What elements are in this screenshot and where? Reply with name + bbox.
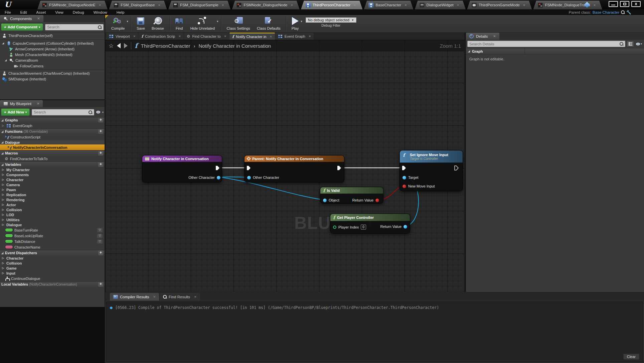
tab-viewport[interactable]: Viewport ✕ [106, 33, 138, 40]
exec-out-pin[interactable] [337, 165, 341, 170]
exec-in-pin[interactable] [402, 165, 406, 170]
close-icon[interactable]: ✕ [37, 17, 40, 20]
compile-button[interactable]: ⚙⚙✓ Compile [108, 15, 128, 30]
var-category-utilities[interactable]: ▷Utilities [0, 217, 105, 222]
asset-tab-fsmnode-dialoguetransi[interactable]: FSMNode_DialogueTransi× [533, 1, 602, 9]
add-graph-button[interactable]: + [98, 118, 103, 122]
add-new-button[interactable]: +Add New▾ [1, 108, 30, 116]
menu-asset[interactable]: Asset [31, 10, 50, 14]
pin-return-value-object[interactable]: Return Value [380, 225, 407, 229]
tab-find-results[interactable]: Find Results ✕ [160, 293, 200, 301]
menu-window[interactable]: Window [89, 10, 112, 14]
close-tab-icon[interactable]: × [291, 3, 293, 7]
my-blueprint-search-input[interactable]: Search [32, 109, 94, 115]
row-continuedialogue[interactable]: ContinueDialogue [0, 276, 105, 281]
nav-back-icon[interactable] [117, 43, 121, 48]
var-category-pawn[interactable]: ▷Pawn [0, 187, 105, 192]
node-notify-character-entry[interactable]: Notify Character in Conversation Other C… [142, 155, 222, 183]
expander-icon[interactable]: ▷ [2, 124, 5, 127]
breadcrumb-root[interactable]: ThirdPersonCharacter [141, 43, 190, 49]
node-set-ignore-move-input[interactable]: f Set Ignore Move Input Target is Contro… [399, 150, 463, 191]
hide-unrelated-chevron-icon[interactable]: ▾ [217, 20, 218, 23]
compile-options-chevron-icon[interactable]: ▾ [127, 20, 128, 23]
add-dispatcher-button[interactable]: + [98, 251, 103, 255]
pin-return-value-bool[interactable]: Return Value [352, 198, 379, 202]
node-parent-notify-character[interactable]: Parent: Notify Character in Conversation… [244, 155, 344, 183]
var-category-my-character[interactable]: ▷My Character [0, 167, 105, 172]
class-settings-button[interactable]: Class Settings [223, 15, 254, 30]
asset-tab-thirdpersongamemode[interactable]: ThirdPersonGameMode× [467, 1, 532, 9]
marketplace-gem-icon[interactable] [584, 1, 591, 8]
close-tab-icon[interactable]: × [99, 3, 101, 7]
asset-tab-fsmnode-dialoguenodee[interactable]: FSMNode_DialogueNodeE× [37, 1, 108, 9]
close-icon[interactable]: ✕ [178, 35, 181, 38]
dispatcher-category-collision[interactable]: ▷Collision [0, 261, 105, 266]
blueprint-graph-canvas[interactable]: BLUEPRINT Notify Character in Conversati… [105, 40, 464, 292]
local-variables-header[interactable]: Local Variables (NotifyCharacterInConver… [0, 281, 105, 287]
var-row-baselookuprate[interactable]: BaseLookUpRate ▽ [0, 233, 105, 239]
close-tab-icon[interactable]: × [457, 3, 459, 7]
close-tab-icon[interactable]: × [405, 3, 407, 7]
hide-unrelated-button[interactable]: Hide Unrelated [187, 15, 218, 30]
macros-header[interactable]: ◢ Macros + [0, 150, 105, 156]
close-tab-icon[interactable]: × [523, 3, 525, 7]
tree-row-smdialogue[interactable]: SMDialogue (Inherited) [0, 76, 105, 82]
expander-icon[interactable]: ◢ [5, 59, 7, 62]
close-icon[interactable]: ✕ [224, 35, 227, 38]
pin-target[interactable]: Target [402, 175, 419, 179]
compiler-results-log[interactable]: ● [0566.23] Compile of ThirdPersonCharac… [106, 302, 643, 362]
tab-details[interactable]: Details ✕ [466, 33, 499, 40]
close-icon[interactable]: ✕ [493, 34, 496, 38]
tab-my-blueprint[interactable]: My Blueprint ✕ [0, 100, 43, 107]
node-get-player-controller[interactable]: f Get Player Controller Player Index 0 R… [330, 214, 410, 234]
components-search-input[interactable]: Search [45, 24, 104, 30]
pin-other-character-out[interactable]: Other Character [188, 175, 220, 179]
var-category-collision[interactable]: ▷Collision [0, 207, 105, 212]
dispatcher-category-game[interactable]: ▷Game [0, 266, 105, 271]
var-row-talkdistance[interactable]: TalkDistance ▽ [0, 239, 105, 244]
close-icon[interactable]: ✕ [153, 295, 156, 299]
add-component-button[interactable]: +Add Component▾ [1, 23, 43, 31]
var-category-lod[interactable]: ▷LOD [0, 212, 105, 217]
player-index-value-field[interactable]: 0 [361, 225, 366, 230]
edit-parent-icon[interactable]: 🔧 [626, 10, 631, 15]
functions-category-dialogue[interactable]: ◢ Dialogue [0, 140, 105, 144]
tree-row-followcamera[interactable]: FollowCamera [0, 63, 105, 69]
var-row-charactername[interactable]: CharacterName [0, 244, 105, 250]
tree-row-capsule[interactable]: ◢ CapsuleComponent (CollisionCylinder) (… [0, 40, 105, 46]
dispatcher-category-character[interactable]: ▷Character [0, 256, 105, 261]
variables-header[interactable]: ◢ Variables + [0, 161, 105, 167]
details-section-graph[interactable]: ◢ Graph [466, 48, 644, 54]
add-local-variable-button[interactable]: + [98, 282, 103, 287]
close-tab-icon[interactable]: × [158, 3, 160, 7]
close-button[interactable]: X [631, 1, 641, 7]
exec-in-pin[interactable] [247, 165, 251, 170]
graphs-header[interactable]: ◢ Graphs + [0, 117, 105, 123]
asset-tab-fsmnode-dialoguenode[interactable]: FSMNode_DialogueNode× [232, 1, 300, 9]
tree-row-cameraboom[interactable]: ◢ CameraBoom [0, 57, 105, 63]
menu-help[interactable]: Help [112, 10, 129, 14]
debug-object-dropdown[interactable]: No debug object selected ▼ [306, 17, 356, 23]
close-tab-icon[interactable]: × [222, 3, 224, 7]
tree-row-self[interactable]: ThirdPersonCharacter(self) [0, 32, 105, 39]
node-is-valid[interactable]: f Is Valid Object Return Value [320, 187, 383, 204]
play-button[interactable]: Play [288, 15, 302, 30]
pin-player-index[interactable]: Player Index 0 [333, 225, 366, 230]
asset-tab-fsm-dialoguebase[interactable]: FSM_DialogueBase× [109, 1, 167, 9]
close-icon[interactable]: ✕ [309, 35, 311, 38]
asset-tab-fsm-dialoguesample[interactable]: FSM_DialogueSample× [168, 1, 231, 9]
dispatcher-category-input[interactable]: ▷Input [0, 271, 105, 276]
add-macro-button[interactable]: + [98, 151, 103, 155]
var-category-camera[interactable]: ▷Camera [0, 182, 105, 187]
var-category-replication[interactable]: ▷Replication [0, 192, 105, 197]
tree-row-charactermovement[interactable]: CharacterMovement (CharMoveComp) (Inheri… [0, 70, 105, 76]
pin-other-character-in[interactable]: Other Character [247, 175, 279, 179]
row-eventgraph[interactable]: ▷ EventGraph [0, 123, 105, 128]
add-variable-button[interactable]: + [98, 162, 103, 167]
menu-edit[interactable]: Edit [16, 10, 32, 14]
row-notifycharacterinconversation-selected[interactable]: ➤f NotifyCharacterInConversation [0, 144, 105, 150]
details-search-input[interactable]: Search Details [467, 41, 625, 47]
eye-closed-icon[interactable]: ▽ [97, 234, 103, 238]
pin-new-move-input[interactable]: New Move Input [402, 184, 435, 188]
tree-row-arrow[interactable]: ArrowComponent (Arrow) (Inherited) [0, 46, 105, 52]
